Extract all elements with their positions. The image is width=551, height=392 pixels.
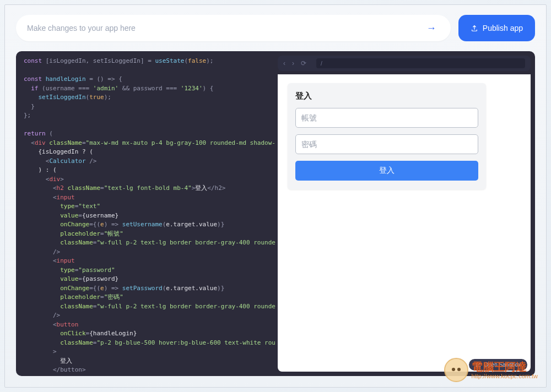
top-bar: → Publish app [5, 5, 546, 51]
external-link-icon [476, 362, 481, 368]
main-panel: const [isLoggedIn, setIsLoggedIn] = useS… [16, 51, 535, 376]
code-token: const [24, 57, 42, 64]
login-button[interactable]: 登入 [295, 161, 478, 181]
reload-icon[interactable]: ⟳ [301, 59, 306, 67]
nav-back-icon[interactable]: ‹ [283, 59, 285, 67]
nav-forward-icon[interactable]: › [292, 59, 294, 67]
open-sandbox-button[interactable]: Open Sandbox [469, 359, 527, 371]
login-title: 登入 [295, 91, 478, 101]
login-card: 登入 登入 [288, 83, 486, 189]
preview-panel: ‹ › ⟳ / 登入 登入 [276, 51, 535, 376]
preview-toolbar: ‹ › ⟳ / [278, 56, 531, 71]
preview-body: 登入 登入 [278, 74, 531, 372]
publish-button[interactable]: Publish app [458, 15, 535, 41]
app-frame: → Publish app const [isLoggedIn, setIsLo… [4, 4, 547, 388]
code-editor[interactable]: const [isLoggedIn, setIsLoggedIn] = useS… [16, 51, 276, 376]
prompt-input-wrap: → [16, 15, 451, 41]
password-input[interactable] [295, 134, 478, 154]
submit-arrow-icon[interactable]: → [423, 20, 440, 36]
publish-label: Publish app [483, 24, 523, 32]
upload-icon [471, 24, 478, 32]
prompt-input[interactable] [27, 24, 423, 32]
url-bar[interactable]: / [316, 58, 525, 68]
username-input[interactable] [295, 108, 478, 128]
